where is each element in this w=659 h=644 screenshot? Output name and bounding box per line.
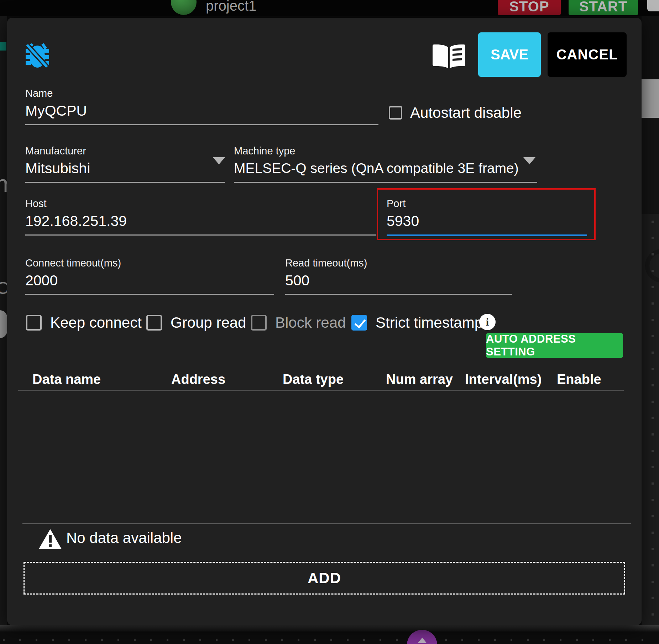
port-label: Port: [387, 197, 587, 210]
connect-timeout-value[interactable]: 2000: [25, 271, 274, 290]
keep-connect-checkbox[interactable]: [26, 315, 42, 331]
column-header-interval: Interval(ms): [465, 372, 542, 387]
port-value[interactable]: 5930: [387, 212, 587, 230]
block-read-option[interactable]: Block read: [251, 314, 346, 331]
chevron-down-icon[interactable]: [523, 157, 535, 164]
top-bar: project1 STOP START: [0, 0, 659, 16]
save-button[interactable]: SAVE: [478, 32, 541, 77]
keep-connect-option[interactable]: Keep connect: [26, 314, 142, 331]
strict-timestamp-checkbox[interactable]: [351, 315, 367, 331]
autostart-checkbox[interactable]: [389, 106, 402, 120]
chevron-down-icon[interactable]: [213, 157, 225, 164]
host-value[interactable]: 192.168.251.39: [25, 212, 376, 230]
manufacturer-select[interactable]: Manufacturer Mitsubishi: [25, 145, 225, 183]
read-timeout-label: Read timeout(ms): [285, 257, 512, 269]
background-right-gray-block: [642, 79, 659, 118]
column-header-address: Address: [171, 372, 225, 387]
machine-type-value[interactable]: MELSEC-Q series (QnA compatible 3E frame…: [234, 159, 537, 178]
read-timeout-value[interactable]: 500: [285, 271, 512, 290]
column-header-data-type: Data type: [283, 372, 344, 387]
background-partial-shape: [0, 310, 7, 338]
group-read-checkbox[interactable]: [146, 315, 162, 331]
block-read-label: Block read: [275, 314, 346, 331]
read-timeout-field[interactable]: Read timeout(ms) 500: [285, 257, 512, 295]
group-read-label: Group read: [171, 314, 246, 331]
background-bottom-edge: [0, 625, 659, 632]
background-grid-dots: [652, 221, 654, 623]
info-icon[interactable]: i: [479, 314, 496, 330]
host-label: Host: [25, 197, 376, 210]
background-node-connector: [0, 42, 6, 51]
device-settings-dialog: SAVE CANCEL Name MyQCPU Autostart disabl…: [7, 18, 642, 625]
keep-connect-label: Keep connect: [50, 314, 142, 331]
autostart-label: Autostart disable: [410, 104, 522, 121]
warning-icon: [39, 529, 62, 549]
docs-book-icon[interactable]: [433, 44, 465, 68]
background-bottom-area: [0, 632, 659, 644]
manufacturer-value[interactable]: Mitsubishi: [25, 159, 225, 178]
add-button[interactable]: ADD: [23, 562, 625, 595]
column-header-num-array: Num array: [386, 372, 453, 387]
column-header-data-name: Data name: [32, 372, 101, 387]
bug-icon: [24, 39, 51, 69]
chevron-up-icon: [418, 638, 427, 643]
start-button[interactable]: START: [569, 0, 638, 15]
cancel-button[interactable]: CANCEL: [548, 32, 627, 77]
column-header-enable: Enable: [557, 372, 601, 387]
name-field[interactable]: Name MyQCPU: [25, 87, 378, 125]
no-data-message: No data available: [66, 529, 182, 547]
background-right-block: [642, 118, 659, 214]
manufacturer-label: Manufacturer: [25, 145, 225, 157]
corner-pill: [647, 0, 659, 11]
stop-button[interactable]: STOP: [498, 0, 561, 15]
header-divider: [18, 390, 624, 391]
strict-timestamp-label: Strict timestamp: [376, 314, 483, 331]
name-value[interactable]: MyQCPU: [25, 101, 378, 120]
auto-address-setting-button[interactable]: AUTO ADDRESS SETTING: [486, 333, 623, 358]
project-status-dot: [171, 0, 197, 15]
connect-timeout-label: Connect timeout(ms): [25, 257, 274, 269]
strict-timestamp-option[interactable]: Strict timestamp: [351, 314, 483, 331]
machine-type-select[interactable]: Machine type MELSEC-Q series (QnA compat…: [234, 145, 537, 183]
background-right-block: [642, 16, 659, 79]
host-field[interactable]: Host 192.168.251.39: [25, 197, 376, 236]
machine-type-label: Machine type: [234, 145, 537, 157]
autostart-disable-option[interactable]: Autostart disable: [389, 104, 522, 121]
table-bottom-divider: [22, 523, 631, 524]
background-grid-dots: [3, 639, 658, 641]
block-read-checkbox[interactable]: [251, 315, 267, 331]
connect-timeout-field[interactable]: Connect timeout(ms) 2000: [25, 257, 274, 295]
group-read-option[interactable]: Group read: [146, 314, 246, 331]
name-label: Name: [25, 87, 378, 99]
screen: project1 STOP START m C: [0, 0, 659, 644]
port-field[interactable]: Port 5930: [387, 197, 587, 236]
project-name: project1: [206, 0, 256, 14]
